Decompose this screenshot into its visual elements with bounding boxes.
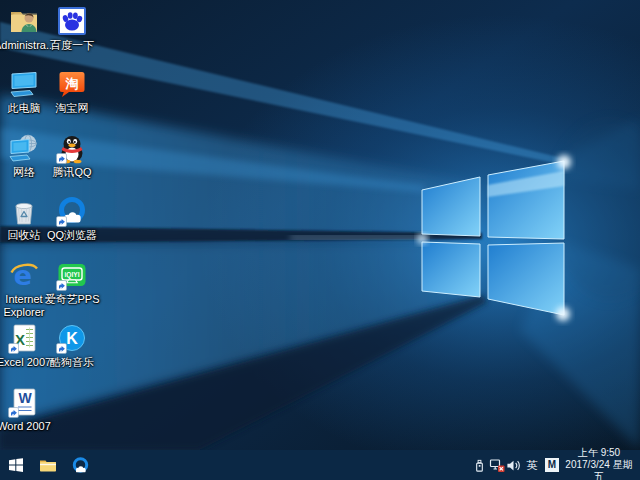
desktop-icon-baidu[interactable]: 百度一下 <box>42 5 102 52</box>
icon-label: 腾讯QQ <box>42 166 102 179</box>
shortcut-arrow-overlay <box>9 408 19 418</box>
shortcut-arrow-overlay <box>57 344 67 354</box>
shortcut-arrow-overlay <box>9 344 19 354</box>
icon-label: 淘宝网 <box>42 102 102 115</box>
desktop-icon-kugou-music[interactable]: K 酷狗音乐 <box>42 322 102 369</box>
shortcut-arrow-overlay <box>57 154 67 164</box>
taskbar-clock[interactable]: 上午 9:50 2017/3/24 星期五 <box>562 447 640 480</box>
input-language-indicator[interactable]: 英 <box>522 458 542 473</box>
baidu-paw-icon <box>56 5 88 37</box>
taobao-icon: 淘 <box>56 68 88 100</box>
taskbar-qq-browser-button[interactable] <box>64 450 96 480</box>
icon-label: QQ浏览器 <box>42 229 102 242</box>
icon-label: 酷狗音乐 <box>42 356 102 369</box>
windows-logo-icon <box>8 457 24 473</box>
shortcut-arrow-overlay <box>57 281 67 291</box>
qq-browser-icon <box>71 456 90 475</box>
shortcut-arrow-overlay <box>57 217 67 227</box>
icon-label: 爱奇艺PPS <box>42 293 102 306</box>
network-globe-icon <box>8 132 40 164</box>
computer-icon <box>8 68 40 100</box>
file-explorer-icon <box>39 457 57 473</box>
svg-text:K: K <box>66 330 78 347</box>
qq-browser-icon <box>56 195 88 227</box>
ime-mode-icon[interactable]: M <box>545 458 559 472</box>
taskbar-file-explorer-button[interactable] <box>32 450 64 480</box>
icon-label: 百度一下 <box>42 39 102 52</box>
desktop-icon-word-2007[interactable]: W Word 2007 <box>0 386 54 433</box>
kugou-icon: K <box>56 322 88 354</box>
desktop-icon-qq-browser[interactable]: QQ浏览器 <box>42 195 102 242</box>
clock-time: 上午 9:50 <box>562 447 636 459</box>
system-tray: 英 M 上午 9:50 2017/3/24 星期五 <box>471 450 640 480</box>
excel-icon: X <box>8 322 40 354</box>
start-button[interactable] <box>0 450 32 480</box>
user-folder-icon <box>8 5 40 37</box>
usb-device-icon[interactable] <box>471 450 488 480</box>
taskbar: 英 M 上午 9:50 2017/3/24 星期五 <box>0 450 640 480</box>
qq-penguin-icon <box>56 132 88 164</box>
clock-date: 2017/3/24 星期五 <box>562 459 636 480</box>
network-disconnected-icon[interactable] <box>488 450 505 480</box>
icon-label: Word 2007 <box>0 420 54 433</box>
volume-icon[interactable] <box>505 450 522 480</box>
svg-text:W: W <box>18 390 32 406</box>
iqiyi-icon: iQIYI <box>56 259 88 291</box>
internet-explorer-icon: e <box>8 259 40 291</box>
svg-text:iQIYI: iQIYI <box>64 271 79 279</box>
desktop-icon-iqiyi-pps[interactable]: iQIYI 爱奇艺PPS <box>42 259 102 306</box>
recycle-bin-icon <box>8 195 40 227</box>
desktop-icon-taobao[interactable]: 淘 淘宝网 <box>42 68 102 115</box>
desktop-icon-tencent-qq[interactable]: 腾讯QQ <box>42 132 102 179</box>
word-icon: W <box>8 386 40 418</box>
desktop: Administra... 此电脑 网络 回收站 <box>0 0 640 450</box>
svg-text:淘: 淘 <box>65 76 79 91</box>
